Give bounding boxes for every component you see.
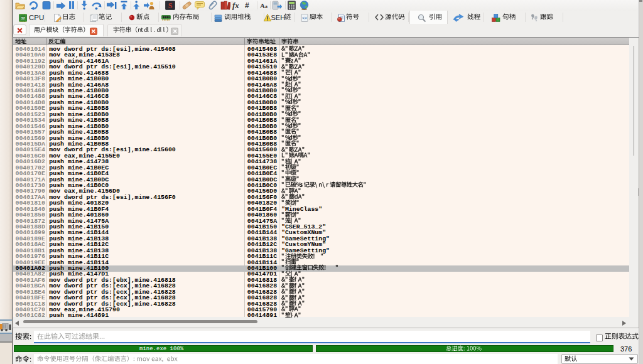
svg-text:<>: <>: [302, 16, 307, 20]
svg-text:32: 32: [21, 16, 25, 20]
svg-text:S: S: [168, 1, 173, 10]
